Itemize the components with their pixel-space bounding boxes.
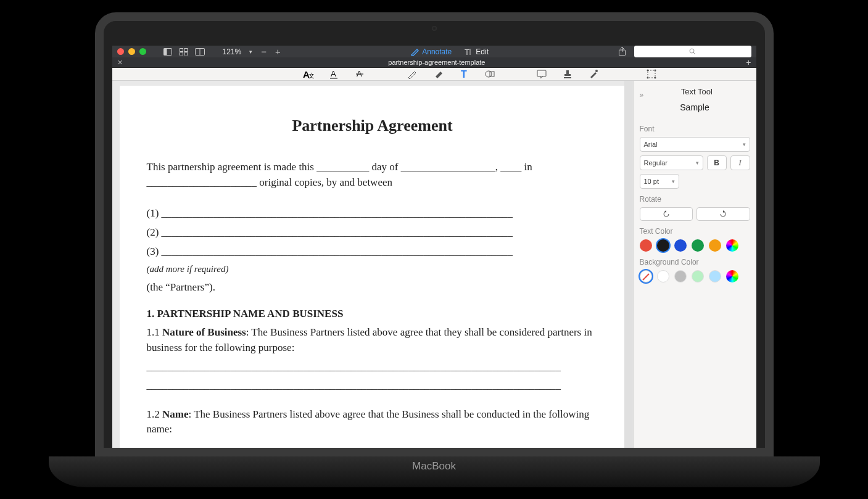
svg-point-29 <box>654 70 656 72</box>
rotate-cw-button[interactable] <box>696 207 750 221</box>
document-page: Partnership Agreement This partnership a… <box>120 86 626 456</box>
doc-partners: (the “Partners”). <box>147 280 598 295</box>
rotate-ccw-button[interactable] <box>640 207 693 221</box>
text-color-swatch[interactable] <box>657 239 669 252</box>
doc-party-2: (2) ____________________________________… <box>147 225 598 241</box>
selection-tool-icon[interactable] <box>645 68 658 80</box>
fullscreen-window-button[interactable] <box>139 48 146 55</box>
svg-rect-5 <box>184 52 188 56</box>
macbook-frame: 121% ▾ − + Annotate T Edit <box>73 12 795 487</box>
note-tool-icon[interactable] <box>535 68 548 80</box>
font-size-select[interactable]: 10 pt▾ <box>640 174 679 189</box>
svg-text:T: T <box>465 47 469 56</box>
font-label: Font <box>640 125 750 133</box>
content-area: Partnership Agreement This partnership a… <box>112 81 756 456</box>
svg-rect-1 <box>163 48 167 55</box>
rotate-cw-icon <box>719 210 727 218</box>
strike-tool-icon[interactable]: A <box>354 68 366 80</box>
share-icon[interactable] <box>617 46 628 57</box>
collapse-inspector-icon[interactable]: » <box>640 91 644 99</box>
annotate-mode-button[interactable]: Annotate <box>410 47 452 56</box>
minimize-window-button[interactable] <box>128 48 135 55</box>
layout-toggle-icon[interactable] <box>194 46 205 57</box>
svg-rect-25 <box>564 77 571 78</box>
doc-party-1: (1) ____________________________________… <box>147 206 598 221</box>
doc-blank-a: ________________________________________… <box>147 360 598 375</box>
text-sample: Sample <box>640 102 750 112</box>
new-tab-button[interactable]: + <box>746 57 751 67</box>
thumbnails-toggle-icon[interactable] <box>178 46 189 57</box>
svg-rect-27 <box>648 70 655 78</box>
svg-point-31 <box>654 77 656 79</box>
svg-text:A: A <box>331 69 336 78</box>
text-color-picker-icon[interactable] <box>726 239 738 252</box>
tab-bar: ✕ partnership-agreement-template + <box>112 57 756 68</box>
zoom-out-button[interactable]: − <box>259 46 268 57</box>
close-window-button[interactable] <box>117 48 124 55</box>
text-color-label: Text Color <box>640 227 750 236</box>
window-controls <box>117 48 146 55</box>
svg-point-26 <box>595 70 598 72</box>
chevron-down-icon: ▾ <box>696 160 699 166</box>
screen-bezel: 121% ▾ − + Annotate T Edit <box>95 12 774 456</box>
underline-tool-icon[interactable]: A <box>328 68 341 80</box>
font-weight-select[interactable]: Regular▾ <box>640 155 703 170</box>
search-icon <box>689 48 696 55</box>
bold-toggle[interactable]: B <box>707 155 727 170</box>
italic-toggle[interactable]: I <box>730 155 750 170</box>
bg-color-label: Background Color <box>640 258 750 266</box>
rotate-ccw-icon <box>662 210 671 218</box>
text-color-swatch[interactable] <box>709 239 721 252</box>
bg-color-swatch[interactable] <box>709 270 721 282</box>
text-color-swatch[interactable] <box>640 239 652 252</box>
text-color-swatch[interactable] <box>674 239 687 252</box>
doc-1-1: 1.1 Nature of Business: The Business Par… <box>147 325 598 355</box>
eyedropper-tool-icon[interactable] <box>587 68 600 80</box>
editor-toolbar: A文 A A T <box>112 68 756 81</box>
shape-tool-icon[interactable] <box>484 68 496 80</box>
doc-party-3: (3) ____________________________________… <box>147 244 598 260</box>
svg-point-13 <box>690 49 694 53</box>
chevron-down-icon: ▾ <box>743 141 746 147</box>
doc-section-1-head: 1. PARTNERSHIP NAME AND BUSINESS <box>147 307 598 322</box>
inspector-title: Text Tool <box>643 87 750 96</box>
bg-color-swatch[interactable] <box>674 270 687 282</box>
eraser-tool-icon[interactable] <box>432 68 444 80</box>
pencil-tool-icon[interactable] <box>406 68 418 80</box>
edit-mode-button[interactable]: T Edit <box>464 47 489 56</box>
search-input[interactable] <box>634 46 751 57</box>
font-family-select[interactable]: Arial▾ <box>640 137 750 152</box>
document-viewport[interactable]: Partnership Agreement This partnership a… <box>112 81 633 456</box>
app-window: 121% ▾ − + Annotate T Edit <box>112 46 756 448</box>
zoom-dropdown-icon[interactable]: ▾ <box>247 49 254 55</box>
bg-color-picker-icon[interactable] <box>726 270 738 282</box>
text-color-swatch[interactable] <box>692 239 704 252</box>
doc-1-2: 1.2 Name: The Business Partners listed a… <box>147 407 598 437</box>
svg-text:T: T <box>461 69 467 79</box>
bg-color-swatch[interactable] <box>692 270 704 282</box>
tab-close-icon[interactable]: ✕ <box>117 59 123 67</box>
svg-point-30 <box>647 77 648 79</box>
svg-rect-3 <box>184 48 188 51</box>
zoom-level[interactable]: 121% <box>221 47 243 56</box>
annotate-mode-label: Annotate <box>422 47 452 56</box>
svg-text:文: 文 <box>308 72 314 79</box>
zoom-in-button[interactable]: + <box>273 46 283 57</box>
text-color-swatches <box>640 239 750 252</box>
edit-mode-label: Edit <box>476 47 489 56</box>
bg-color-none[interactable] <box>640 270 652 282</box>
doc-add-more: (add more if required) <box>147 263 598 276</box>
tab-title[interactable]: partnership-agreement-template <box>128 59 746 66</box>
bg-color-swatch[interactable] <box>657 270 669 282</box>
sidebar-toggle-icon[interactable] <box>162 46 173 57</box>
doc-blank-b: ________________________________________… <box>147 378 598 394</box>
font-tool-icon[interactable]: A文 <box>302 68 315 80</box>
svg-line-14 <box>693 52 695 54</box>
bg-color-swatches <box>640 270 750 282</box>
text-tool-icon[interactable]: T <box>458 68 470 80</box>
doc-title: Partnership Agreement <box>147 117 598 135</box>
camera-dot <box>432 26 437 31</box>
stamp-tool-icon[interactable] <box>561 68 574 80</box>
titlebar: 121% ▾ − + Annotate T Edit <box>112 46 756 57</box>
svg-rect-24 <box>537 70 546 76</box>
